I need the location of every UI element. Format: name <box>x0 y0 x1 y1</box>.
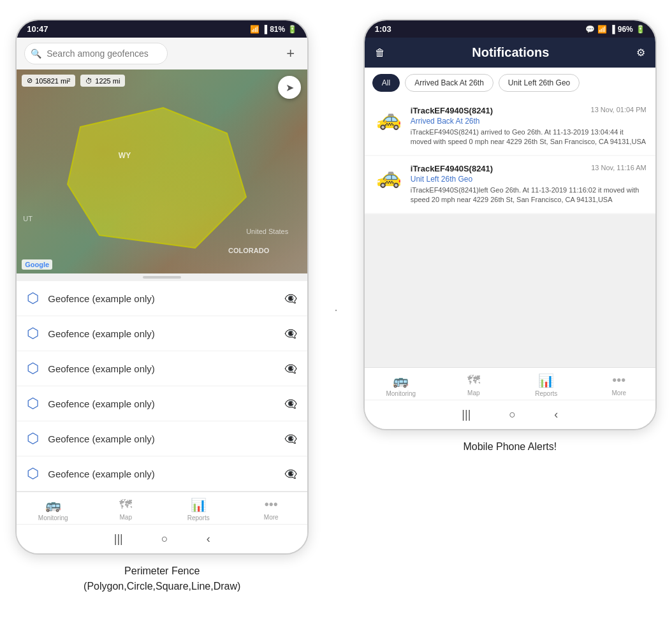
android-home-left[interactable]: ○ <box>161 532 168 546</box>
settings-button[interactable]: ⚙ <box>636 47 645 59</box>
geofence-icon-5: ⬡ <box>27 465 39 482</box>
notif-content-1: iTrackEF4940S(8241) 13 Nov, 11:16 AM Uni… <box>411 164 646 205</box>
map-label-us: United States <box>246 228 288 235</box>
signal-icon-right: ▐ <box>610 25 615 34</box>
car-avatar-1: 🚕 <box>374 164 404 189</box>
android-menu-right[interactable]: ||| <box>462 408 471 421</box>
right-caption-text: Mobile Phone Alerts! <box>463 441 557 452</box>
android-menu-left[interactable]: ||| <box>114 532 123 546</box>
eye-icon-5[interactable]: 👁‍🗨 <box>284 468 297 480</box>
geofence-item[interactable]: ⬡ Geofence (example only) 👁‍🗨 <box>17 316 307 351</box>
eye-icon-4[interactable]: 👁‍🗨 <box>284 433 297 445</box>
eye-icon-0[interactable]: 👁‍🗨 <box>284 293 297 305</box>
eye-icon-2[interactable]: 👁‍🗨 <box>284 363 297 375</box>
notifications-header: 🗑 Notifications ⚙ <box>365 38 655 68</box>
right-phone: 1:03 💬 📶 ▐ 96% 🔋 🗑 Notifications ⚙ All A… <box>363 19 657 430</box>
geofence-icon-4: ⬡ <box>27 430 39 447</box>
android-back-right[interactable]: ‹ <box>554 408 558 421</box>
notif-content-0: iTrackEF4940S(8241) 13 Nov, 01:04 PM Arr… <box>411 106 646 147</box>
nav-reports-right[interactable]: 📊 Reports <box>510 373 583 397</box>
notif-time-0: 13 Nov, 01:04 PM <box>591 106 646 113</box>
area-icon: ⊘ <box>27 76 33 85</box>
android-home-right[interactable]: ○ <box>509 408 516 421</box>
filter-arrived[interactable]: Arrived Back At 26th <box>405 74 493 92</box>
compass-button[interactable]: ➤ <box>278 76 301 99</box>
right-caption: Mobile Phone Alerts! <box>463 439 557 455</box>
wifi-icon-right: 📶 <box>597 25 607 34</box>
nav-monitoring-label-right: Monitoring <box>386 390 416 397</box>
nav-more-left[interactable]: ••• More <box>235 497 307 521</box>
geofence-icon-3: ⬡ <box>27 395 39 412</box>
eye-icon-1[interactable]: 👁‍🗨 <box>284 328 297 340</box>
geofence-name-4: Geofence (example only) <box>48 433 275 444</box>
device-name-0: iTrackEF4940S(8241) <box>411 106 493 115</box>
geofence-polygon <box>17 69 307 273</box>
search-input[interactable] <box>24 43 168 64</box>
car-icon-1: 🚕 <box>376 164 402 189</box>
area-stat: ⊘ 105821 mi² <box>22 75 75 87</box>
notif-desc-1: iTrackEF4940S(8241)left Geo 26th. At 11-… <box>411 186 646 205</box>
geofence-item[interactable]: ⬡ Geofence (example only) 👁‍🗨 <box>17 351 307 386</box>
map-icon-left: 🗺 <box>119 497 132 512</box>
geofence-name-2: Geofence (example only) <box>48 363 275 374</box>
nav-map-left[interactable]: 🗺 Map <box>89 497 162 521</box>
compass-icon: ➤ <box>286 82 294 94</box>
device-name-1: iTrackEF4940S(8241) <box>411 164 493 173</box>
left-status-bar: 10:47 📶 ▐ 81% 🔋 <box>17 20 307 38</box>
reports-icon-left: 📊 <box>191 497 207 513</box>
google-logo: Google <box>22 259 52 270</box>
nav-more-label-right: More <box>611 389 626 397</box>
nav-monitoring-left[interactable]: 🚌 Monitoring <box>17 497 89 521</box>
geofence-item[interactable]: ⬡ Geofence (example only) 👁‍🗨 <box>17 386 307 421</box>
right-status-bar: 1:03 💬 📶 ▐ 96% 🔋 <box>365 20 655 38</box>
wifi-icon: 📶 <box>250 25 259 34</box>
geofence-icon-2: ⬡ <box>27 360 39 377</box>
nav-more-right[interactable]: ••• More <box>583 373 655 397</box>
notifications-title: Notifications <box>393 45 629 60</box>
more-icon-right: ••• <box>612 373 625 388</box>
delete-button[interactable]: 🗑 <box>375 47 385 59</box>
notif-event-1: Unit Left 26th Geo <box>411 175 646 184</box>
android-nav-right: ||| ○ ‹ <box>365 400 655 429</box>
nav-map-right[interactable]: 🗺 Map <box>437 373 510 397</box>
notification-item-1[interactable]: 🚕 iTrackEF4940S(8241) 13 Nov, 11:16 AM U… <box>365 156 655 213</box>
scroll-bar <box>143 276 181 279</box>
android-back-left[interactable]: ‹ <box>207 532 210 546</box>
scroll-indicator <box>17 273 307 281</box>
geofence-icon-0: ⬡ <box>27 290 39 307</box>
map-label-colorado: COLORADO <box>228 247 269 254</box>
nav-map-label-left: Map <box>119 514 131 521</box>
notif-desc-0: iTrackEF4940S(8241) arrived to Geo 26th.… <box>411 127 646 147</box>
notif-top-row-0: iTrackEF4940S(8241) 13 Nov, 01:04 PM <box>411 106 646 115</box>
right-time: 1:03 <box>375 24 391 34</box>
map-background: ⊘ 105821 mi² ⏱ 1225 mi ➤ WY COLORADO Uni… <box>17 69 307 273</box>
geofence-list: ⬡ Geofence (example only) 👁‍🗨 ⬡ Geofence… <box>17 281 307 491</box>
monitoring-icon-left: 🚌 <box>45 497 61 513</box>
nav-map-label-right: Map <box>467 389 479 397</box>
eye-icon-3[interactable]: 👁‍🗨 <box>284 398 297 410</box>
geofence-name-1: Geofence (example only) <box>48 328 275 339</box>
search-icon: 🔍 <box>31 48 41 59</box>
nav-reports-label-left: Reports <box>187 514 210 521</box>
chat-icon: 💬 <box>585 25 595 34</box>
map-label-wy: WY <box>119 151 131 160</box>
battery-right: 96% <box>618 25 633 34</box>
map-icon-right: 🗺 <box>467 373 480 388</box>
geofence-item[interactable]: ⬡ Geofence (example only) 👁‍🗨 <box>17 281 307 316</box>
filter-all[interactable]: All <box>372 74 400 92</box>
nav-more-label-left: More <box>264 514 279 521</box>
notification-item-0[interactable]: 🚕 iTrackEF4940S(8241) 13 Nov, 01:04 PM A… <box>365 98 655 155</box>
add-geofence-button[interactable]: + <box>281 43 300 64</box>
geofence-item[interactable]: ⬡ Geofence (example only) 👁‍🗨 <box>17 421 307 456</box>
distance-icon: ⏱ <box>85 77 92 85</box>
map-area[interactable]: ⊘ 105821 mi² ⏱ 1225 mi ➤ WY COLORADO Uni… <box>17 69 307 273</box>
nav-monitoring-right[interactable]: 🚌 Monitoring <box>365 373 437 397</box>
geofence-name-5: Geofence (example only) <box>48 469 275 479</box>
signal-icon: ▐ <box>262 25 268 34</box>
search-bar: 🔍 + <box>17 38 307 69</box>
monitoring-icon-right: 🚌 <box>393 373 409 388</box>
nav-reports-left[interactable]: 📊 Reports <box>162 497 235 521</box>
filter-chips: All Arrived Back At 26th Unit Left 26th … <box>365 68 655 98</box>
geofence-item[interactable]: ⬡ Geofence (example only) 👁‍🗨 <box>17 456 307 491</box>
filter-unit-left[interactable]: Unit Left 26th Geo <box>499 74 580 92</box>
